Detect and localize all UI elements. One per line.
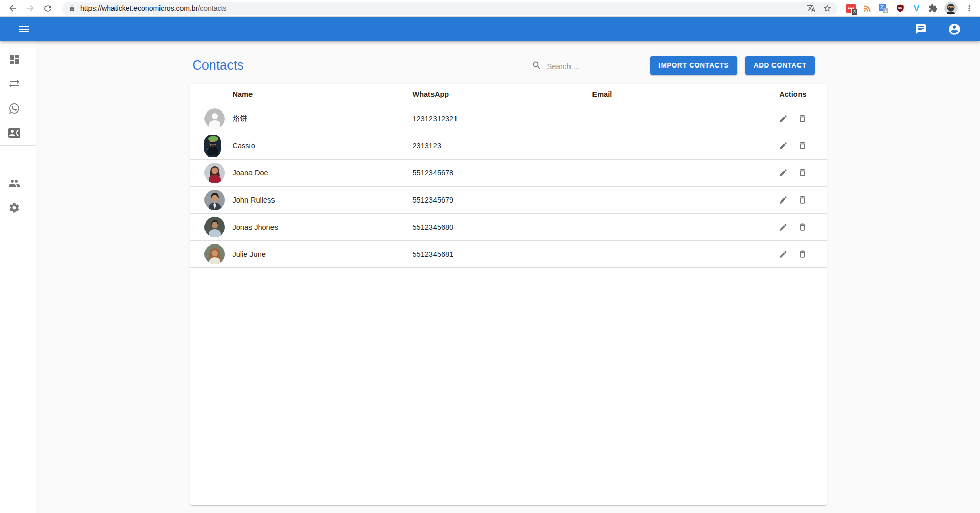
vimeo-extension-button[interactable]: V xyxy=(911,4,921,13)
edit-pencil-icon xyxy=(779,114,788,123)
contacts-table: Name WhatsApp Email Actions 烙饼 123 xyxy=(190,84,827,268)
url-text: https://whaticket.economicros.com.br/con… xyxy=(80,4,806,12)
avatar xyxy=(204,108,225,129)
contact-phone-icon xyxy=(8,127,20,139)
star-icon xyxy=(823,4,832,13)
page-title: Contacts xyxy=(193,58,244,73)
contact-whatsapp: 5512345678 xyxy=(413,159,592,186)
extensions-puzzle-button[interactable] xyxy=(928,4,938,13)
contacts-card: Name WhatsApp Email Actions 烙饼 123 xyxy=(190,84,827,505)
column-header-email: Email xyxy=(592,84,772,105)
delete-contact-button[interactable] xyxy=(796,166,809,179)
table-row: 烙饼 12312312321 xyxy=(190,105,827,132)
app-bar xyxy=(0,17,980,41)
account-circle-icon xyxy=(948,23,961,36)
dashboard-icon xyxy=(8,53,20,65)
edit-contact-button[interactable] xyxy=(777,221,789,233)
delete-contact-button[interactable] xyxy=(796,193,809,206)
table-row: Julie June 5512345681 xyxy=(190,240,827,267)
kebab-menu-icon xyxy=(965,4,974,13)
translate-icon xyxy=(807,4,816,13)
back-arrow-icon xyxy=(8,3,18,13)
contact-name: John Rulless xyxy=(225,186,413,213)
edit-contact-button[interactable] xyxy=(777,167,789,179)
browser-menu-button[interactable] xyxy=(964,4,974,13)
translate-extension-button[interactable]: A xyxy=(879,4,888,13)
delete-contact-button[interactable] xyxy=(796,139,809,152)
edit-pencil-icon xyxy=(779,250,788,259)
sidebar-item-connections[interactable] xyxy=(0,72,36,96)
avatar xyxy=(204,190,225,210)
rss-extension-button[interactable] xyxy=(862,4,872,13)
people-icon xyxy=(8,177,20,189)
sidebar-divider xyxy=(0,145,36,146)
contact-whatsapp: 2313123 xyxy=(413,132,592,159)
extensions-area: 3 A uO V xyxy=(844,2,976,15)
column-header-whatsapp: WhatsApp xyxy=(413,84,592,105)
bookmark-star-button[interactable] xyxy=(822,4,832,13)
table-row: John Rulless 5512345679 xyxy=(190,186,827,213)
sidebar xyxy=(0,41,36,513)
url-host: https://whaticket.economicros.com.br xyxy=(80,4,198,12)
add-contact-button[interactable]: ADD CONTACT xyxy=(745,56,815,75)
delete-contact-button[interactable] xyxy=(796,248,809,260)
table-row: Joana Doe 5512345678 xyxy=(190,159,827,186)
chat-icon xyxy=(915,23,927,35)
edit-pencil-icon xyxy=(779,222,788,232)
sidebar-item-users[interactable] xyxy=(0,171,36,195)
sidebar-item-tickets[interactable] xyxy=(0,96,36,121)
edit-contact-button[interactable] xyxy=(777,113,789,125)
table-row: Jonas Jhones 5512345680 xyxy=(190,213,827,240)
sidebar-item-dashboard[interactable] xyxy=(0,47,36,72)
trash-icon xyxy=(797,114,807,123)
sidebar-item-contacts[interactable] xyxy=(0,121,36,145)
contact-name: Cassio xyxy=(225,132,413,159)
contact-name: Joana Doe xyxy=(225,159,413,186)
edit-pencil-icon xyxy=(779,141,788,150)
edit-contact-button[interactable] xyxy=(777,248,789,260)
address-bar[interactable]: https://whaticket.economicros.com.br/con… xyxy=(62,2,838,15)
search-input[interactable] xyxy=(546,62,623,71)
trash-icon xyxy=(797,141,807,150)
browser-reload-button[interactable] xyxy=(40,1,55,15)
adblocker-extension-button[interactable]: 3 xyxy=(846,4,856,13)
trash-icon xyxy=(797,249,807,259)
svg-text:A: A xyxy=(884,8,887,13)
rss-icon xyxy=(862,4,872,13)
delete-contact-button[interactable] xyxy=(796,220,809,233)
whatsapp-icon xyxy=(8,102,20,115)
browser-forward-button[interactable] xyxy=(23,1,37,15)
import-contacts-button[interactable]: IMPORT CONTACTS xyxy=(650,56,737,75)
contact-email xyxy=(592,186,772,213)
browser-toolbar: https://whaticket.economicros.com.br/con… xyxy=(0,0,980,17)
trash-icon xyxy=(797,195,807,205)
contact-whatsapp: 5512345679 xyxy=(413,186,592,213)
url-path: /contacts xyxy=(198,4,226,12)
edit-contact-button[interactable] xyxy=(777,140,789,152)
contact-whatsapp: 5512345680 xyxy=(413,213,592,240)
svg-text:uO: uO xyxy=(898,6,902,9)
vimeo-icon: V xyxy=(914,4,919,13)
column-header-actions: Actions xyxy=(772,84,827,105)
contact-email xyxy=(592,159,772,186)
translate-page-button[interactable] xyxy=(806,4,816,13)
contact-email xyxy=(592,213,772,240)
reload-icon xyxy=(43,4,53,13)
avatar: 2 xyxy=(204,135,221,157)
messages-button[interactable] xyxy=(910,19,931,39)
sidebar-item-settings[interactable] xyxy=(0,195,36,220)
browser-back-button[interactable] xyxy=(6,1,20,15)
browser-profile-avatar[interactable] xyxy=(944,2,958,15)
account-menu-button[interactable] xyxy=(944,19,965,39)
hamburger-menu-button[interactable] xyxy=(12,17,36,41)
contact-email xyxy=(592,105,772,132)
ublock-extension-button[interactable]: uO xyxy=(895,4,905,13)
avatar xyxy=(204,163,225,183)
puzzle-icon xyxy=(928,4,938,13)
shield-icon: uO xyxy=(896,4,905,13)
search-field xyxy=(532,57,635,74)
edit-contact-button[interactable] xyxy=(777,194,789,206)
trash-icon xyxy=(797,222,807,232)
contact-email xyxy=(592,132,772,159)
delete-contact-button[interactable] xyxy=(796,112,809,125)
